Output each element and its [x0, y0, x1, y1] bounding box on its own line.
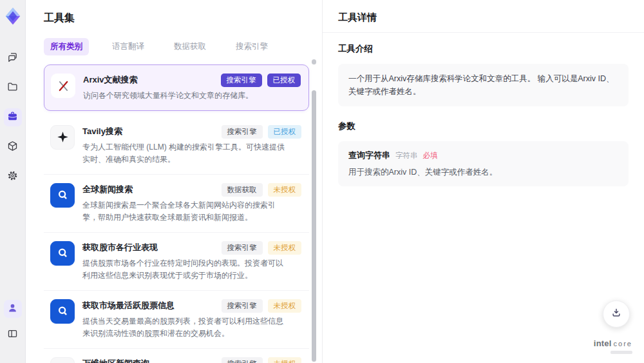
gear-icon: [7, 170, 18, 184]
tool-badges: 搜索引擎 已授权: [222, 125, 302, 139]
category-badge: 搜索引擎: [222, 357, 263, 363]
status-badge: 未授权: [268, 183, 302, 197]
category-tab[interactable]: 数据获取: [167, 38, 213, 55]
tool-icon: [50, 299, 75, 324]
sidebar-item-collapse[interactable]: [4, 326, 22, 344]
tool-badges: 数据获取 未授权: [222, 183, 302, 197]
param-name: 查询字符串: [348, 150, 390, 161]
tool-description: 全球新闻搜索是一个聚合全球各大新闻网站内容的搜索引擎，帮助用户快速获取全球最新资…: [82, 199, 287, 224]
category-tab[interactable]: 搜索引擎: [229, 38, 274, 55]
app-logo-icon: [3, 6, 23, 26]
category-badge: 搜索引擎: [221, 74, 262, 87]
intro-heading: 工具介绍: [338, 43, 629, 55]
scrollbar-notch[interactable]: [312, 59, 316, 64]
param-description: 用于搜索的Arxiv ID、关键字或作者姓名。: [348, 167, 618, 178]
tool-card[interactable]: Arxiv文献搜索 访问各个研究领域大量科学论文和文章的存储库。 搜索引擎 已授…: [44, 64, 309, 111]
status-badge: 未授权: [268, 241, 302, 255]
detail-body: 工具介绍 一个用于从Arxiv存储库搜索科学论文和文章的工具。 输入可以是Arx…: [323, 33, 644, 211]
user-icon: [7, 302, 18, 316]
tool-icon: [50, 125, 75, 150]
chat-icon: [7, 52, 18, 65]
status-badge: 已授权: [268, 125, 302, 139]
tool-description: 专为人工智能代理 (LLM) 构建的搜索引擎工具。可快速提供实时、准确和真实的结…: [82, 141, 287, 166]
tool-icon: [51, 74, 75, 98]
list-scrollbar[interactable]: [312, 57, 316, 363]
intro-card: 一个用于从Arxiv存储库搜索科学论文和文章的工具。 输入可以是Arxiv ID…: [338, 64, 629, 106]
category-tab[interactable]: 所有类别: [44, 38, 89, 55]
param-type: 字符串: [395, 151, 418, 161]
detail-title: 工具详情: [338, 12, 629, 24]
brand-sub-badge: [611, 351, 632, 354]
tool-card[interactable]: 获取股市各行业表现 提供股票市场各个行业在特定时间段内的表现。投资者可以利用这些…: [44, 233, 309, 291]
tool-card[interactable]: 全球新闻搜索 全球新闻搜索是一个聚合全球各大新闻网站内容的搜索引擎，帮助用户快速…: [44, 175, 309, 233]
tool-detail-panel: 工具详情 工具介绍 一个用于从Arxiv存储库搜索科学论文和文章的工具。 输入可…: [322, 0, 644, 363]
sidebar-item-account[interactable]: [4, 300, 22, 318]
category-badge: 搜索引擎: [222, 125, 263, 139]
sidebar-item-settings[interactable]: [4, 168, 22, 186]
page-title: 工具集: [44, 12, 309, 25]
sidebar-item-chat[interactable]: [4, 49, 22, 67]
tool-icon: [50, 183, 75, 208]
category-badge: 搜索引擎: [222, 299, 263, 313]
blue-search-icon: [56, 246, 70, 260]
intro-text: 一个用于从Arxiv存储库搜索科学论文和文章的工具。 输入可以是Arxiv ID…: [348, 72, 618, 98]
arxiv-icon: [57, 79, 70, 93]
category-badge: 搜索引擎: [222, 241, 263, 255]
brand-intel: intel: [594, 338, 612, 348]
category-tabs: 所有类别语言翻译数据获取搜索引擎: [44, 38, 309, 55]
detail-header: 工具详情: [323, 0, 644, 33]
status-badge: 未授权: [268, 299, 302, 313]
tool-card[interactable]: Tavily搜索 专为人工智能代理 (LLM) 构建的搜索引擎工具。可快速提供实…: [44, 117, 309, 175]
param-head: 查询字符串 字符串 必填: [348, 150, 618, 161]
params-card: 查询字符串 字符串 必填 用于搜索的Arxiv ID、关键字或作者姓名。: [338, 141, 629, 186]
blue-search-icon: [56, 188, 70, 202]
brand-core: core: [614, 340, 632, 348]
param-required-badge: 必填: [423, 151, 438, 161]
tool-description: 提供当天交易量最高的股票列表，投资者可以利用这些信息来识别流动性强的股票和潜在的…: [82, 315, 287, 340]
tool-card[interactable]: 获取市场最活跃股票信息 提供当天交易量最高的股票列表，投资者可以利用这些信息来识…: [44, 291, 309, 349]
tool-badges: 搜索引擎 已授权: [221, 74, 301, 87]
tool-badges: 搜索引擎 未授权: [222, 299, 302, 313]
params-heading: 参数: [338, 121, 629, 132]
download-button[interactable]: [603, 300, 630, 328]
tool-badges: 搜索引擎 未授权: [222, 241, 302, 255]
tavily-star-icon: [56, 130, 70, 144]
briefcase-icon: [7, 111, 18, 124]
sidebar-item-tools[interactable]: [4, 108, 22, 126]
tool-icon: [50, 357, 75, 363]
status-badge: 未授权: [268, 357, 302, 363]
tool-card[interactable]: 万维地区新闻查询 查询具体行政区划内的新闻，快速了解各地新闻动 搜索引擎 未授权: [44, 349, 309, 363]
tool-description: 提供股票市场各个行业在特定时间段内的表现。投资者可以利用这些信息来识别表现优于或…: [82, 257, 287, 282]
download-icon: [611, 307, 622, 321]
sidebar: [0, 0, 26, 363]
category-badge: 数据获取: [222, 183, 263, 197]
category-tab[interactable]: 语言翻译: [106, 38, 151, 55]
sidebar-item-files[interactable]: [4, 79, 22, 97]
intel-core-logo: intel core: [594, 338, 632, 348]
param-row: 查询字符串 字符串 必填 用于搜索的Arxiv ID、关键字或作者姓名。: [348, 150, 618, 178]
blue-search-icon: [56, 304, 70, 318]
tool-list-panel: 工具集 所有类别语言翻译数据获取搜索引擎: [26, 0, 322, 363]
scrollbar-thumb[interactable]: [312, 90, 316, 362]
tool-list: Arxiv文献搜索 访问各个研究领域大量科学论文和文章的存储库。 搜索引擎 已授…: [44, 64, 309, 363]
app-window: 工具集 所有类别语言翻译数据获取搜索引擎: [0, 0, 644, 363]
sidebar-item-models[interactable]: [4, 138, 22, 156]
folder-icon: [7, 81, 18, 95]
tool-description: 访问各个研究领域大量科学论文和文章的存储库。: [83, 90, 288, 102]
status-badge: 已授权: [267, 74, 301, 87]
panel-toggle-icon: [7, 328, 18, 342]
cube-icon: [7, 141, 18, 154]
tool-icon: [50, 241, 75, 266]
tool-badges: 搜索引擎 未授权: [222, 357, 302, 363]
